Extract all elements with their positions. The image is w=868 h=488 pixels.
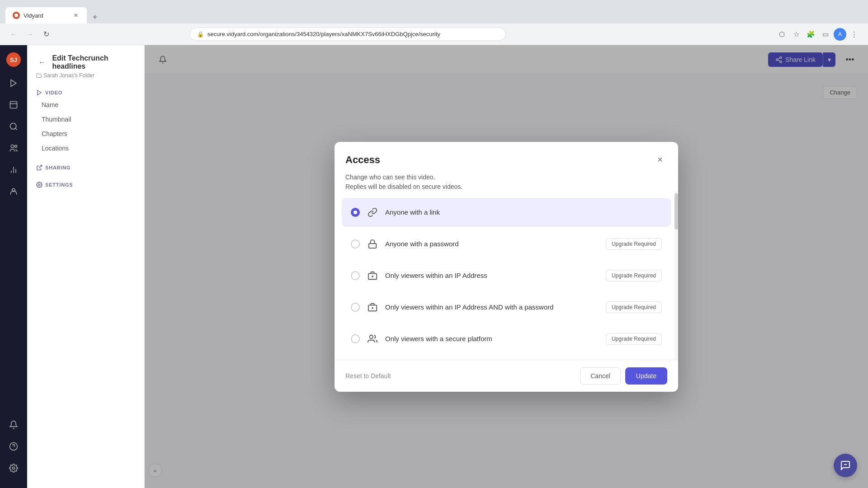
dialog-footer: Reset to Default Cancel Update	[335, 360, 678, 392]
svg-rect-23	[369, 244, 377, 248]
nav-section-sharing: SHARING	[27, 161, 144, 173]
reset-to-default-button[interactable]: Reset to Default	[345, 372, 391, 380]
nav-item-locations[interactable]: Locations	[27, 141, 144, 155]
scrollbar-track	[675, 192, 678, 360]
option-label-secure-platform: Only viewers with a secure platform	[385, 335, 599, 343]
svg-point-6	[11, 145, 14, 148]
new-tab-button[interactable]: +	[89, 11, 101, 23]
browser-chrome: Vidyard ✕ +	[0, 0, 868, 23]
cancel-button[interactable]: Cancel	[580, 367, 621, 385]
app-layout: SJ	[0, 45, 868, 488]
browser-menu-button[interactable]: ⋮	[848, 28, 861, 41]
svg-point-17	[38, 184, 40, 186]
dialog-subtitle: Change who can see this video. Replies w…	[335, 167, 678, 192]
sidebar-spacer	[5, 204, 23, 412]
address-text: secure.vidyard.com/organizations/3454320…	[208, 31, 498, 38]
upgrade-badge-ip-password: Upgrade Required	[606, 301, 662, 313]
chrome-extension-button[interactable]: 🧩	[805, 28, 817, 41]
main-content: Share Link ▾ ••• Change « Access ×	[145, 45, 868, 488]
svg-point-4	[10, 123, 16, 129]
svg-line-5	[15, 128, 17, 130]
sidebar-icon-home[interactable]	[5, 74, 23, 92]
access-dialog: Access × Change who can see this video. …	[335, 142, 678, 392]
browser-nav: ← → ↻ 🔒 secure.vidyard.com/organizations…	[0, 23, 868, 45]
sidebar-icon-team[interactable]	[5, 139, 23, 157]
radio-ip-password	[351, 303, 360, 312]
svg-line-16	[39, 165, 42, 168]
svg-point-14	[13, 467, 15, 469]
sidebar-bottom	[5, 416, 23, 481]
access-option-ip-password[interactable]: Only viewers within an IP Address AND wi…	[342, 293, 671, 322]
option-label-ip-password: Only viewers within an IP Address AND wi…	[385, 303, 599, 311]
dialog-title: Access	[345, 154, 380, 166]
radio-password	[351, 239, 360, 249]
nav-section-title-settings: SETTINGS	[36, 182, 135, 188]
nav-item-thumbnail[interactable]: Thumbnail	[27, 112, 144, 127]
link-icon	[366, 206, 379, 219]
scrollbar-thumb[interactable]	[675, 193, 678, 230]
option-label-link: Anyone with a link	[385, 208, 662, 216]
address-bar[interactable]: 🔒 secure.vidyard.com/organizations/34543…	[189, 28, 506, 41]
access-option-ip[interactable]: Only viewers within an IP Address Upgrad…	[342, 261, 671, 290]
tab-favicon	[13, 12, 20, 19]
active-tab[interactable]: Vidyard ✕	[5, 7, 87, 23]
ip-password-icon	[366, 301, 379, 314]
access-options-list: Anyone with a link Anyone with a passwor…	[335, 192, 678, 360]
sidebar-toggle-button[interactable]: ▭	[819, 28, 832, 41]
upgrade-badge-ip: Upgrade Required	[606, 270, 662, 282]
user-avatar[interactable]: SJ	[6, 52, 21, 67]
radio-ip	[351, 271, 360, 280]
nav-section-title-video: VIDEO	[36, 89, 135, 96]
lock-icon: 🔒	[197, 31, 204, 38]
nav-back-button[interactable]: ←	[36, 56, 47, 69]
nav-section-video: VIDEO	[27, 86, 144, 98]
sidebar-icon-settings-bottom[interactable]	[5, 459, 23, 477]
bookmark-button[interactable]: ☆	[790, 28, 803, 41]
svg-point-0	[14, 14, 18, 17]
nav-forward-button[interactable]: →	[24, 28, 36, 41]
footer-buttons: Cancel Update	[580, 367, 667, 385]
sidebar-icon-help[interactable]	[5, 437, 23, 455]
access-option-link[interactable]: Anyone with a link	[342, 198, 671, 227]
password-icon	[366, 238, 379, 250]
nav-item-name[interactable]: Name	[27, 98, 144, 112]
update-button[interactable]: Update	[625, 367, 667, 385]
sidebar-icon-analytics[interactable]	[5, 117, 23, 136]
nav-reload-button[interactable]: ↻	[40, 28, 52, 41]
option-label-password: Anyone with a password	[385, 240, 599, 248]
nav-item-chapters[interactable]: Chapters	[27, 127, 144, 141]
access-option-password[interactable]: Anyone with a password Upgrade Required	[342, 230, 671, 258]
secure-platform-icon	[366, 333, 379, 345]
nav-back-button[interactable]: ←	[7, 28, 20, 41]
nav-sidebar: ← Edit Techcrunch headlines Sarah Jonas'…	[27, 45, 145, 488]
cast-button[interactable]: ⬡	[776, 28, 788, 41]
sidebar-icon-library[interactable]	[5, 96, 23, 114]
upgrade-badge-secure-platform: Upgrade Required	[606, 333, 662, 345]
option-label-ip: Only viewers within an IP Address	[385, 272, 599, 279]
svg-marker-15	[38, 90, 41, 95]
chat-widget-button[interactable]	[834, 454, 857, 477]
svg-marker-1	[11, 80, 16, 87]
browser-nav-right: ⬡ ☆ 🧩 ▭ A ⋮	[776, 28, 861, 41]
svg-point-7	[15, 145, 17, 147]
sidebar-icon-notifications[interactable]	[5, 416, 23, 434]
modal-overlay[interactable]: Access × Change who can see this video. …	[145, 45, 868, 488]
sidebar-icon-charts[interactable]	[5, 161, 23, 179]
nav-section-settings: SETTINGS	[27, 178, 144, 190]
sidebar-icon-person[interactable]	[5, 183, 23, 201]
dialog-close-button[interactable]: ×	[653, 153, 667, 167]
svg-rect-2	[10, 102, 17, 108]
svg-point-30	[370, 335, 373, 338]
radio-link	[351, 208, 360, 217]
radio-secure-platform	[351, 334, 360, 343]
tab-close-button[interactable]: ✕	[72, 12, 80, 19]
nav-subtitle: Sarah Jonas's Folder	[27, 72, 144, 79]
browser-tabs: Vidyard ✕ +	[5, 0, 101, 23]
icon-sidebar: SJ	[0, 45, 27, 488]
nav-title: Edit Techcrunch headlines	[52, 54, 135, 70]
tab-title: Vidyard	[24, 12, 69, 19]
profile-button[interactable]: A	[834, 28, 846, 41]
upgrade-badge-password: Upgrade Required	[606, 238, 662, 250]
access-option-secure-platform[interactable]: Only viewers with a secure platform Upgr…	[342, 324, 671, 353]
dialog-scroll-container[interactable]: Anyone with a link Anyone with a passwor…	[335, 192, 678, 360]
